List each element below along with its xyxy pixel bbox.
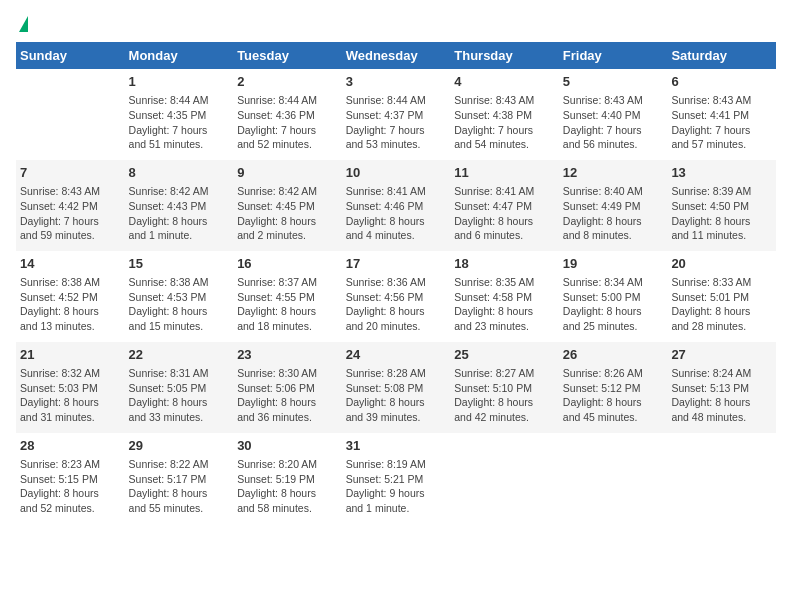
week-row-4: 21Sunrise: 8:32 AMSunset: 5:03 PMDayligh… xyxy=(16,342,776,433)
logo xyxy=(16,16,28,32)
cell-info: Sunrise: 8:39 AMSunset: 4:50 PMDaylight:… xyxy=(671,184,772,243)
day-number: 31 xyxy=(346,437,447,455)
calendar-cell: 11Sunrise: 8:41 AMSunset: 4:47 PMDayligh… xyxy=(450,160,559,251)
day-number: 12 xyxy=(563,164,664,182)
week-row-3: 14Sunrise: 8:38 AMSunset: 4:52 PMDayligh… xyxy=(16,251,776,342)
column-header-tuesday: Tuesday xyxy=(233,42,342,69)
cell-info: Sunrise: 8:42 AMSunset: 4:43 PMDaylight:… xyxy=(129,184,230,243)
cell-info: Sunrise: 8:20 AMSunset: 5:19 PMDaylight:… xyxy=(237,457,338,516)
day-number: 7 xyxy=(20,164,121,182)
cell-info: Sunrise: 8:23 AMSunset: 5:15 PMDaylight:… xyxy=(20,457,121,516)
calendar-cell: 2Sunrise: 8:44 AMSunset: 4:36 PMDaylight… xyxy=(233,69,342,160)
calendar-cell: 16Sunrise: 8:37 AMSunset: 4:55 PMDayligh… xyxy=(233,251,342,342)
cell-info: Sunrise: 8:28 AMSunset: 5:08 PMDaylight:… xyxy=(346,366,447,425)
cell-info: Sunrise: 8:32 AMSunset: 5:03 PMDaylight:… xyxy=(20,366,121,425)
day-number: 11 xyxy=(454,164,555,182)
cell-info: Sunrise: 8:43 AMSunset: 4:42 PMDaylight:… xyxy=(20,184,121,243)
calendar-cell: 31Sunrise: 8:19 AMSunset: 5:21 PMDayligh… xyxy=(342,433,451,524)
cell-info: Sunrise: 8:43 AMSunset: 4:40 PMDaylight:… xyxy=(563,93,664,152)
week-row-2: 7Sunrise: 8:43 AMSunset: 4:42 PMDaylight… xyxy=(16,160,776,251)
cell-info: Sunrise: 8:43 AMSunset: 4:38 PMDaylight:… xyxy=(454,93,555,152)
column-header-friday: Friday xyxy=(559,42,668,69)
page-header xyxy=(16,16,776,32)
column-header-thursday: Thursday xyxy=(450,42,559,69)
cell-info: Sunrise: 8:22 AMSunset: 5:17 PMDaylight:… xyxy=(129,457,230,516)
calendar-cell: 8Sunrise: 8:42 AMSunset: 4:43 PMDaylight… xyxy=(125,160,234,251)
calendar-cell: 3Sunrise: 8:44 AMSunset: 4:37 PMDaylight… xyxy=(342,69,451,160)
column-header-monday: Monday xyxy=(125,42,234,69)
day-number: 16 xyxy=(237,255,338,273)
day-number: 30 xyxy=(237,437,338,455)
calendar-cell: 6Sunrise: 8:43 AMSunset: 4:41 PMDaylight… xyxy=(667,69,776,160)
cell-info: Sunrise: 8:38 AMSunset: 4:52 PMDaylight:… xyxy=(20,275,121,334)
cell-info: Sunrise: 8:26 AMSunset: 5:12 PMDaylight:… xyxy=(563,366,664,425)
day-number: 1 xyxy=(129,73,230,91)
cell-info: Sunrise: 8:44 AMSunset: 4:36 PMDaylight:… xyxy=(237,93,338,152)
cell-info: Sunrise: 8:35 AMSunset: 4:58 PMDaylight:… xyxy=(454,275,555,334)
day-number: 8 xyxy=(129,164,230,182)
calendar-cell: 15Sunrise: 8:38 AMSunset: 4:53 PMDayligh… xyxy=(125,251,234,342)
day-number: 4 xyxy=(454,73,555,91)
cell-info: Sunrise: 8:31 AMSunset: 5:05 PMDaylight:… xyxy=(129,366,230,425)
cell-info: Sunrise: 8:37 AMSunset: 4:55 PMDaylight:… xyxy=(237,275,338,334)
cell-info: Sunrise: 8:40 AMSunset: 4:49 PMDaylight:… xyxy=(563,184,664,243)
day-number: 13 xyxy=(671,164,772,182)
calendar-cell: 25Sunrise: 8:27 AMSunset: 5:10 PMDayligh… xyxy=(450,342,559,433)
column-header-sunday: Sunday xyxy=(16,42,125,69)
day-number: 26 xyxy=(563,346,664,364)
cell-info: Sunrise: 8:19 AMSunset: 5:21 PMDaylight:… xyxy=(346,457,447,516)
calendar-cell xyxy=(559,433,668,524)
cell-info: Sunrise: 8:41 AMSunset: 4:46 PMDaylight:… xyxy=(346,184,447,243)
cell-info: Sunrise: 8:41 AMSunset: 4:47 PMDaylight:… xyxy=(454,184,555,243)
calendar-cell: 23Sunrise: 8:30 AMSunset: 5:06 PMDayligh… xyxy=(233,342,342,433)
day-number: 5 xyxy=(563,73,664,91)
cell-info: Sunrise: 8:38 AMSunset: 4:53 PMDaylight:… xyxy=(129,275,230,334)
calendar-cell: 30Sunrise: 8:20 AMSunset: 5:19 PMDayligh… xyxy=(233,433,342,524)
week-row-5: 28Sunrise: 8:23 AMSunset: 5:15 PMDayligh… xyxy=(16,433,776,524)
calendar-cell xyxy=(667,433,776,524)
calendar-cell: 7Sunrise: 8:43 AMSunset: 4:42 PMDaylight… xyxy=(16,160,125,251)
logo-triangle-icon xyxy=(19,16,28,32)
cell-info: Sunrise: 8:44 AMSunset: 4:37 PMDaylight:… xyxy=(346,93,447,152)
day-number: 10 xyxy=(346,164,447,182)
calendar-cell: 20Sunrise: 8:33 AMSunset: 5:01 PMDayligh… xyxy=(667,251,776,342)
calendar-cell: 1Sunrise: 8:44 AMSunset: 4:35 PMDaylight… xyxy=(125,69,234,160)
day-number: 25 xyxy=(454,346,555,364)
column-header-wednesday: Wednesday xyxy=(342,42,451,69)
day-number: 24 xyxy=(346,346,447,364)
calendar-cell xyxy=(450,433,559,524)
day-number: 22 xyxy=(129,346,230,364)
cell-info: Sunrise: 8:43 AMSunset: 4:41 PMDaylight:… xyxy=(671,93,772,152)
day-number: 20 xyxy=(671,255,772,273)
day-number: 23 xyxy=(237,346,338,364)
cell-info: Sunrise: 8:42 AMSunset: 4:45 PMDaylight:… xyxy=(237,184,338,243)
day-number: 6 xyxy=(671,73,772,91)
column-headers: SundayMondayTuesdayWednesdayThursdayFrid… xyxy=(16,42,776,69)
calendar-cell: 18Sunrise: 8:35 AMSunset: 4:58 PMDayligh… xyxy=(450,251,559,342)
calendar-table: SundayMondayTuesdayWednesdayThursdayFrid… xyxy=(16,42,776,524)
cell-info: Sunrise: 8:34 AMSunset: 5:00 PMDaylight:… xyxy=(563,275,664,334)
calendar-cell xyxy=(16,69,125,160)
calendar-cell: 24Sunrise: 8:28 AMSunset: 5:08 PMDayligh… xyxy=(342,342,451,433)
calendar-cell: 22Sunrise: 8:31 AMSunset: 5:05 PMDayligh… xyxy=(125,342,234,433)
day-number: 18 xyxy=(454,255,555,273)
cell-info: Sunrise: 8:33 AMSunset: 5:01 PMDaylight:… xyxy=(671,275,772,334)
day-number: 2 xyxy=(237,73,338,91)
cell-info: Sunrise: 8:27 AMSunset: 5:10 PMDaylight:… xyxy=(454,366,555,425)
day-number: 15 xyxy=(129,255,230,273)
calendar-cell: 12Sunrise: 8:40 AMSunset: 4:49 PMDayligh… xyxy=(559,160,668,251)
day-number: 29 xyxy=(129,437,230,455)
calendar-cell: 14Sunrise: 8:38 AMSunset: 4:52 PMDayligh… xyxy=(16,251,125,342)
day-number: 14 xyxy=(20,255,121,273)
calendar-cell: 19Sunrise: 8:34 AMSunset: 5:00 PMDayligh… xyxy=(559,251,668,342)
day-number: 21 xyxy=(20,346,121,364)
calendar-cell: 21Sunrise: 8:32 AMSunset: 5:03 PMDayligh… xyxy=(16,342,125,433)
calendar-cell: 27Sunrise: 8:24 AMSunset: 5:13 PMDayligh… xyxy=(667,342,776,433)
calendar-cell: 10Sunrise: 8:41 AMSunset: 4:46 PMDayligh… xyxy=(342,160,451,251)
day-number: 19 xyxy=(563,255,664,273)
calendar-cell: 28Sunrise: 8:23 AMSunset: 5:15 PMDayligh… xyxy=(16,433,125,524)
calendar-cell: 29Sunrise: 8:22 AMSunset: 5:17 PMDayligh… xyxy=(125,433,234,524)
day-number: 9 xyxy=(237,164,338,182)
column-header-saturday: Saturday xyxy=(667,42,776,69)
cell-info: Sunrise: 8:44 AMSunset: 4:35 PMDaylight:… xyxy=(129,93,230,152)
